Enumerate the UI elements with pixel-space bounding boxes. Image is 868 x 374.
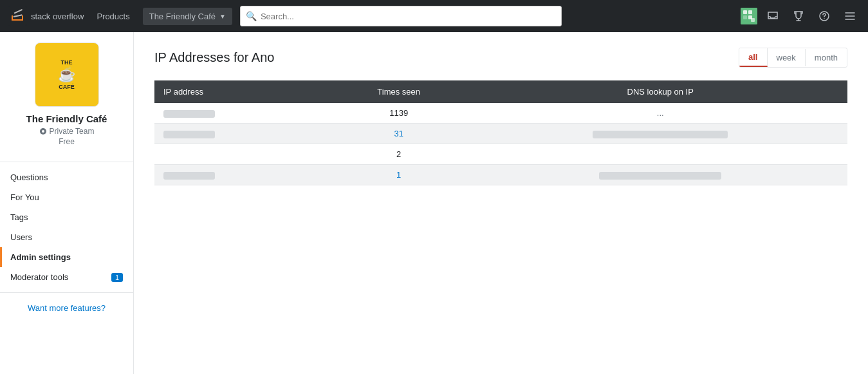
times-seen-cell: 31 bbox=[324, 124, 473, 144]
want-more-features-link[interactable]: Want more features? bbox=[17, 298, 116, 318]
search-input[interactable] bbox=[261, 12, 556, 21]
inbox-icon bbox=[767, 10, 779, 22]
col-ip-address: IP address bbox=[154, 80, 324, 103]
times-seen-cell: 2 bbox=[324, 144, 473, 165]
sidebar-item-moderator-tools[interactable]: Moderator tools 1 bbox=[0, 267, 133, 287]
dns-cell bbox=[473, 165, 847, 185]
redacted-dns bbox=[593, 131, 728, 138]
search-icon: 🔍 bbox=[246, 11, 257, 21]
table-row: 31 bbox=[154, 124, 847, 144]
tab-month[interactable]: month bbox=[806, 49, 847, 66]
times-seen-value: 2 bbox=[396, 149, 401, 159]
redacted-ip bbox=[163, 110, 215, 118]
nav-right-icons bbox=[741, 6, 860, 26]
page-title: IP Addresses for Ano bbox=[154, 50, 274, 65]
tab-group: all week month bbox=[739, 48, 847, 68]
svg-point-8 bbox=[824, 18, 825, 19]
sidebar: THE ☕ CAFÉ The Friendly Café Private Tea… bbox=[0, 32, 134, 374]
table-header: IP address Times seen DNS lookup on IP bbox=[154, 80, 847, 103]
times-seen-value: 1139 bbox=[389, 108, 408, 118]
ip-cell bbox=[154, 144, 324, 165]
hamburger-icon bbox=[844, 10, 856, 22]
times-seen-link[interactable]: 1 bbox=[396, 170, 401, 180]
times-seen-cell: 1 bbox=[324, 165, 473, 185]
col-times-seen: Times seen bbox=[324, 80, 473, 103]
sidebar-divider bbox=[0, 162, 133, 162]
help-icon bbox=[818, 10, 830, 22]
nav-products[interactable]: Products bbox=[91, 9, 134, 24]
svg-rect-2 bbox=[743, 10, 747, 14]
table-body: 1139 ... 31 bbox=[154, 103, 847, 185]
achievements-button[interactable] bbox=[788, 6, 809, 26]
team-dropdown[interactable]: The Friendly Café ▼ bbox=[143, 8, 232, 25]
page-header: IP Addresses for Ano all week month bbox=[154, 48, 847, 68]
so-logo[interactable]: stack overflow bbox=[8, 6, 84, 26]
chevron-down-icon: ▼ bbox=[219, 13, 226, 20]
trophy-icon bbox=[793, 10, 804, 22]
private-icon bbox=[39, 127, 47, 135]
sidebar-item-foryou[interactable]: For You bbox=[0, 187, 133, 207]
sidebar-item-questions[interactable]: Questions bbox=[0, 167, 133, 187]
moderator-tools-badge: 1 bbox=[111, 273, 123, 282]
redacted-ip bbox=[163, 172, 215, 180]
ip-cell bbox=[154, 124, 324, 144]
svg-point-10 bbox=[42, 130, 44, 133]
hamburger-menu-button[interactable] bbox=[840, 6, 860, 26]
tab-week[interactable]: week bbox=[768, 49, 806, 66]
inbox-button[interactable] bbox=[762, 6, 783, 26]
team-dropdown-label: The Friendly Café bbox=[149, 12, 216, 21]
so-logo-icon bbox=[8, 6, 27, 26]
redacted-dns bbox=[599, 172, 721, 180]
logo-cup-icon: ☕ bbox=[58, 66, 75, 82]
svg-rect-3 bbox=[748, 10, 752, 14]
ip-cell bbox=[154, 103, 324, 124]
ip-addresses-table: IP address Times seen DNS lookup on IP 1… bbox=[154, 80, 847, 185]
avatar[interactable] bbox=[741, 8, 757, 24]
tab-all[interactable]: all bbox=[739, 48, 767, 67]
team-plan: Free bbox=[59, 137, 75, 146]
table-row: 1 bbox=[154, 165, 847, 185]
team-name: The Friendly Café bbox=[26, 113, 107, 124]
team-logo: THE ☕ CAFÉ bbox=[35, 42, 99, 107]
page-wrap: THE ☕ CAFÉ The Friendly Café Private Tea… bbox=[0, 32, 868, 374]
dns-cell: ... bbox=[473, 103, 847, 124]
dns-cell bbox=[473, 124, 847, 144]
top-navigation: stack overflow Products The Friendly Caf… bbox=[0, 0, 868, 32]
sidebar-item-admin-settings[interactable]: Admin settings bbox=[0, 247, 133, 267]
dns-value: ... bbox=[657, 108, 664, 118]
sidebar-divider-2 bbox=[0, 292, 133, 293]
sidebar-item-tags[interactable]: Tags bbox=[0, 207, 133, 227]
ip-cell bbox=[154, 165, 324, 185]
sidebar-nav: Questions For You Tags Users Admin setti… bbox=[0, 167, 133, 287]
times-seen-link[interactable]: 31 bbox=[394, 129, 403, 138]
search-bar: 🔍 bbox=[240, 6, 562, 26]
table-row: 1139 ... bbox=[154, 103, 847, 124]
logo-text-cafe: CAFÉ bbox=[59, 84, 75, 90]
avatar-icon bbox=[741, 8, 757, 24]
table-row: 2 bbox=[154, 144, 847, 165]
main-content: IP Addresses for Ano all week month IP a… bbox=[134, 32, 868, 374]
sidebar-item-users[interactable]: Users bbox=[0, 227, 133, 247]
so-logo-text: stack overflow bbox=[31, 12, 84, 21]
help-button[interactable] bbox=[814, 6, 835, 26]
redacted-ip bbox=[163, 131, 215, 138]
svg-rect-4 bbox=[743, 15, 747, 19]
logo-text-the: THE bbox=[61, 59, 73, 66]
times-seen-cell: 1139 bbox=[324, 103, 473, 124]
col-dns-lookup: DNS lookup on IP bbox=[473, 80, 847, 103]
svg-rect-6 bbox=[751, 18, 755, 22]
team-type: Private Team bbox=[39, 127, 95, 136]
dns-cell bbox=[473, 144, 847, 165]
team-logo-inner: THE ☕ CAFÉ bbox=[58, 59, 75, 91]
